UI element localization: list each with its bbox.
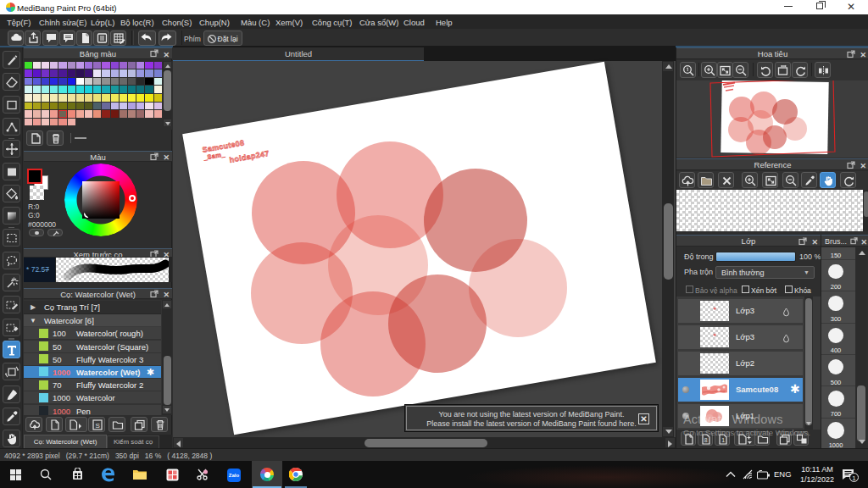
svg-text:1: 1	[721, 437, 725, 443]
svg-text:S: S	[95, 422, 99, 430]
svg-text:8: 8	[704, 437, 708, 443]
